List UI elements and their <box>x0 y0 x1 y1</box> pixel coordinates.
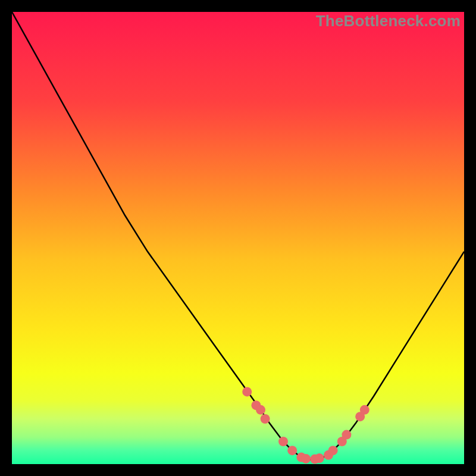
trough-marker <box>360 405 369 415</box>
watermark-text: TheBottleneck.com <box>316 12 461 30</box>
trough-marker <box>242 387 252 396</box>
trough-marker <box>287 446 297 455</box>
trough-marker <box>328 446 338 455</box>
trough-marker <box>301 454 311 464</box>
trough-marker <box>315 453 324 463</box>
gradient-background <box>12 12 464 464</box>
chart-svg <box>12 12 464 464</box>
chart-frame: TheBottleneck.com <box>12 12 464 464</box>
trough-marker <box>256 405 265 415</box>
trough-marker <box>278 437 288 446</box>
trough-marker <box>342 430 351 440</box>
trough-marker <box>261 414 270 424</box>
